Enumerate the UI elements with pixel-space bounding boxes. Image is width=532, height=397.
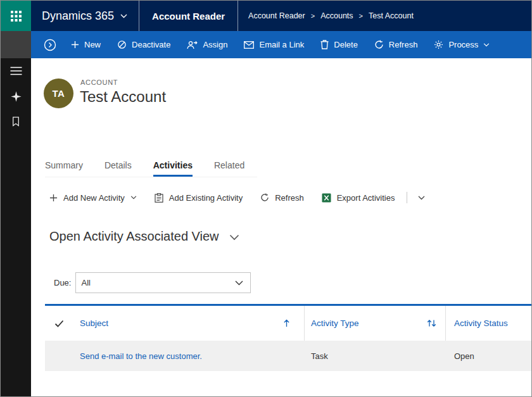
toolbar-overflow-button[interactable]: [410, 196, 433, 200]
sidebar-recent-button[interactable]: [1, 84, 31, 109]
email-link-button[interactable]: Email a Link: [236, 31, 312, 58]
assign-button[interactable]: Assign: [179, 31, 236, 58]
delete-button[interactable]: Delete: [312, 31, 366, 58]
assign-button-label: Assign: [203, 40, 227, 49]
app-name[interactable]: Account Reader: [139, 1, 238, 31]
record-set-toggle-button[interactable]: [36, 31, 63, 58]
process-icon: [434, 40, 443, 49]
hamburger-icon: [10, 66, 22, 75]
waffle-icon: [11, 11, 22, 22]
trash-icon: [320, 40, 329, 49]
export-activities-button[interactable]: Export Activities: [313, 193, 404, 203]
table-row[interactable]: Send e-mail to the new customer. Task Op…: [45, 341, 531, 371]
clipboard-icon: [155, 193, 163, 203]
add-new-activity-button[interactable]: Add New Activity: [45, 193, 146, 203]
sort-both-icon: [427, 319, 436, 327]
sort-ascending-icon: [283, 319, 290, 327]
grid-header-row: Subject Activity Type Activity Status: [45, 306, 531, 341]
sidebar-pinned-button[interactable]: [1, 109, 31, 134]
deactivate-button[interactable]: Deactivate: [109, 31, 179, 58]
bookmark-icon: [11, 117, 20, 127]
export-activities-label: Export Activities: [337, 193, 395, 203]
select-all-checkbox[interactable]: [45, 306, 80, 341]
chevron-down-icon: [418, 196, 425, 200]
process-button-label: Process: [448, 40, 478, 49]
breadcrumb-separator: >: [311, 12, 315, 20]
deactivate-icon: [117, 40, 127, 49]
tab-summary[interactable]: Summary: [45, 160, 83, 177]
chevron-down-icon: [483, 43, 490, 47]
process-button[interactable]: Process: [426, 31, 498, 58]
breadcrumb-entity[interactable]: Accounts: [320, 11, 353, 20]
left-sidebar: [1, 31, 31, 396]
view-selector-label: Open Activity Associated View: [49, 229, 219, 244]
due-filter-label: Due:: [54, 278, 71, 287]
new-button-label: New: [84, 40, 101, 49]
due-filter-select[interactable]: All: [75, 272, 251, 293]
deactivate-button-label: Deactivate: [132, 40, 170, 49]
activities-grid: Subject Activity Type Activity Status Se…: [45, 304, 531, 371]
column-header-activity-status-label: Activity Status: [454, 318, 508, 328]
tab-details[interactable]: Details: [104, 160, 132, 177]
breadcrumb: Account Reader > Accounts > Test Account: [238, 1, 424, 31]
top-navigation-bar: Dynamics 365 Account Reader Account Read…: [1, 1, 531, 31]
dynamics-home-button[interactable]: Dynamics 365: [31, 1, 139, 31]
view-selector[interactable]: Open Activity Associated View: [49, 229, 239, 244]
row-activity-type-cell: Task: [305, 351, 446, 361]
column-header-activity-type[interactable]: Activity Type: [305, 306, 446, 341]
main-content: TA ACCOUNT Test Account Summary Details …: [31, 58, 531, 396]
delete-button-label: Delete: [334, 40, 358, 49]
column-header-subject[interactable]: Subject: [80, 306, 305, 341]
plus-icon: [71, 41, 79, 49]
activity-subject-link[interactable]: Send e-mail to the new customer.: [80, 351, 202, 361]
breadcrumb-separator: >: [359, 12, 363, 20]
column-header-activity-status[interactable]: Activity Status: [446, 306, 531, 341]
due-filter-value: All: [81, 278, 90, 287]
record-avatar: TA: [44, 79, 73, 108]
column-header-activity-type-label: Activity Type: [311, 318, 359, 328]
app-launcher-button[interactable]: [1, 1, 31, 31]
row-activity-status-cell: Open: [446, 351, 531, 361]
refresh-button[interactable]: Refresh: [366, 31, 426, 58]
dynamics-365-window: Dynamics 365 Account Reader Account Read…: [0, 0, 532, 397]
email-icon: [244, 41, 254, 49]
toolbar-divider: [407, 192, 407, 203]
brand-label: Dynamics 365: [42, 9, 114, 23]
plus-icon: [49, 194, 58, 202]
email-link-button-label: Email a Link: [259, 40, 304, 49]
row-subject-cell: Send e-mail to the new customer.: [80, 351, 305, 361]
sidebar-top-strip: [1, 31, 31, 58]
assign-icon: [187, 41, 198, 49]
due-filter: Due: All: [54, 272, 251, 293]
excel-icon: [322, 193, 331, 203]
add-existing-activity-label: Add Existing Activity: [169, 193, 243, 203]
chevron-down-icon: [235, 280, 243, 286]
refresh-icon: [260, 193, 269, 202]
chevron-down-icon: [120, 14, 127, 18]
star-icon: [10, 91, 22, 103]
new-button[interactable]: New: [63, 31, 109, 58]
tab-activities[interactable]: Activities: [153, 160, 193, 177]
record-set-icon: [43, 38, 57, 52]
refresh-icon: [374, 40, 384, 49]
check-icon: [54, 320, 64, 327]
refresh-list-label: Refresh: [275, 193, 304, 203]
command-bar: New Deactivate Assign Email a Link Delet…: [31, 31, 531, 58]
record-tabs: Summary Details Activities Related: [45, 153, 257, 177]
activities-toolbar: Add New Activity Add Existing Activity R…: [45, 188, 433, 207]
add-existing-activity-button[interactable]: Add Existing Activity: [146, 193, 251, 203]
chevron-down-icon: [229, 234, 239, 241]
tab-related[interactable]: Related: [214, 160, 244, 177]
record-title: Test Account: [80, 88, 166, 106]
entity-type-label: ACCOUNT: [80, 79, 118, 86]
sitemap-menu-button[interactable]: [1, 58, 31, 84]
chevron-down-icon: [130, 196, 137, 199]
column-header-subject-label: Subject: [80, 318, 108, 328]
breadcrumb-app[interactable]: Account Reader: [248, 11, 305, 20]
breadcrumb-record[interactable]: Test Account: [369, 11, 414, 20]
refresh-list-button[interactable]: Refresh: [251, 193, 313, 203]
add-new-activity-label: Add New Activity: [63, 193, 125, 203]
refresh-button-label: Refresh: [389, 40, 418, 49]
